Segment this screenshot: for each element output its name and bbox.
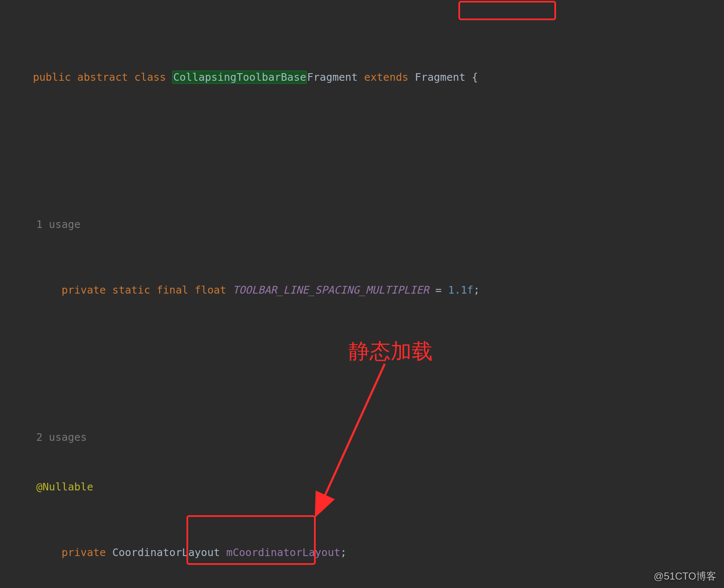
usage-hint[interactable]: 2 usages <box>8 429 724 446</box>
blank-line <box>8 364 724 381</box>
kw-public: public <box>33 71 71 83</box>
const-name: TOOLBAR_LINE_SPACING_MULTIPLIER <box>233 284 429 296</box>
kw-class: class <box>134 71 166 83</box>
field-declaration: private CoordinatorLayout mCoordinatorLa… <box>8 528 724 577</box>
const-value: 1.1f <box>448 284 473 296</box>
constant-declaration: private static final float TOOLBAR_LINE_… <box>8 266 724 315</box>
kw-extends: extends <box>364 71 408 83</box>
kw-abstract: abstract <box>77 71 128 83</box>
code-editor[interactable]: public abstract class CollapsingToolbarB… <box>0 0 724 588</box>
superclass: Fragment { <box>408 71 478 83</box>
class-declaration: public abstract class CollapsingToolbarB… <box>8 53 724 102</box>
class-name-suffix: Fragment <box>307 71 357 83</box>
annotation-nullable: @Nullable <box>36 481 93 493</box>
usage-hint[interactable]: 1 usage <box>8 217 724 233</box>
class-name-highlight: CollapsingToolbarBase <box>172 71 307 84</box>
blank-line <box>8 151 724 168</box>
watermark: @51CTO博客 <box>654 568 716 584</box>
